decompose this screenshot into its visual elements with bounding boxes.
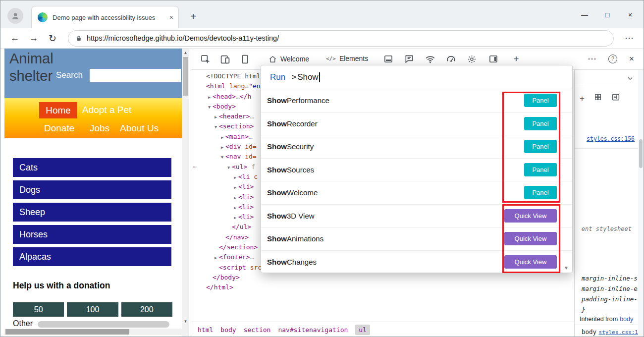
command-item-show-security[interactable]: Show SecurityPanel <box>261 135 572 159</box>
add-panel-icon[interactable]: + <box>510 53 522 65</box>
command-menu: Run > Show Show PerformancePanelShow Rec… <box>261 65 573 273</box>
node-menu-icon[interactable]: ⋯ <box>193 162 196 172</box>
styles-scroll-thumb[interactable] <box>639 139 643 168</box>
styles-scrollbar[interactable] <box>638 70 644 337</box>
category-item-horses[interactable]: Horses <box>13 225 171 244</box>
expand-icon[interactable]: ▶ <box>232 203 238 213</box>
command-item-show-welcome[interactable]: Show WelcomePanel <box>261 181 572 205</box>
expand-icon[interactable]: ▶ <box>219 132 225 142</box>
breadcrumb-body[interactable]: body <box>220 326 236 334</box>
tab-close-icon[interactable]: × <box>169 13 173 21</box>
pseudo-state-icon[interactable] <box>594 93 602 103</box>
nav-link-donate[interactable]: Donate <box>44 123 74 134</box>
navbar-more-icon[interactable]: ⋯ <box>620 33 639 44</box>
inspect-icon[interactable] <box>199 53 211 65</box>
minimize-button[interactable]: — <box>573 7 596 22</box>
expand-icon[interactable]: ▶ <box>219 142 225 152</box>
dock-bottom-icon[interactable] <box>382 53 394 65</box>
collapse-icon[interactable]: ▼ <box>225 163 232 172</box>
profile-avatar[interactable] <box>7 8 23 24</box>
command-items: Show PerformancePanelShow RecorderPanelS… <box>261 89 572 273</box>
category-item-sheep[interactable]: Sheep <box>13 203 171 222</box>
window-close-button[interactable]: × <box>619 7 642 22</box>
scroll-down-icon[interactable]: ▼ <box>182 319 189 324</box>
vscroll-thumb[interactable] <box>183 57 188 96</box>
other-amount-slider[interactable] <box>38 321 169 328</box>
styles-toolbar: + <box>580 93 620 104</box>
command-item-show-3d-view[interactable]: Show 3D ViewQuick View <box>261 205 572 228</box>
nav-link-adopt-a-pet[interactable]: Adopt a Pet <box>82 105 131 115</box>
expand-icon[interactable]: ▶ <box>213 253 219 263</box>
inherited-body-link[interactable]: body <box>620 316 633 323</box>
collapse-icon[interactable]: ▼ <box>219 152 225 162</box>
expand-icon[interactable]: ▶ <box>232 182 238 192</box>
page-horizontal-scrollbar[interactable] <box>4 329 182 335</box>
command-scroll-down-icon[interactable]: ▼ <box>564 265 569 271</box>
expand-icon[interactable]: ▶ <box>232 172 238 182</box>
devtools-close-icon[interactable]: × <box>626 53 638 65</box>
donate-button-100[interactable]: 100 <box>67 302 118 317</box>
breadcrumb-html[interactable]: html <box>198 326 213 334</box>
open-quick-view-icon[interactable] <box>611 93 620 104</box>
page-vertical-scrollbar[interactable]: ▲ ▼ <box>182 49 189 337</box>
donate-button-50[interactable]: 50 <box>13 302 64 317</box>
breadcrumb-section[interactable]: section <box>244 326 271 334</box>
nav-link-home[interactable]: Home <box>39 102 77 118</box>
issues-icon[interactable] <box>403 53 415 65</box>
tab-elements-label: Elements <box>339 55 368 62</box>
collapse-icon[interactable]: ▼ <box>213 122 219 132</box>
collapse-icon[interactable]: ▼ <box>206 102 213 112</box>
refresh-button[interactable]: ↻ <box>43 33 62 44</box>
nav-link-about-us[interactable]: About Us <box>120 123 159 134</box>
dom-token: <ul> <box>232 163 247 170</box>
devtools-more-icon[interactable]: ⋯ <box>586 53 598 65</box>
performance-icon[interactable] <box>445 53 457 65</box>
category-item-dogs[interactable]: Dogs <box>13 180 171 199</box>
back-button[interactable]: ← <box>5 33 24 44</box>
browser-tab[interactable]: Demo page with accessibility issues × <box>31 6 179 28</box>
scroll-up-icon[interactable]: ▲ <box>182 51 189 55</box>
command-input[interactable]: Run > Show <box>261 65 572 89</box>
category-item-alpacas[interactable]: Alpacas <box>13 247 171 266</box>
stylesheet-link-bottom[interactable]: styles.css:1 <box>599 329 638 336</box>
stylesheet-note: ent stylesheet <box>582 225 632 232</box>
dom-node[interactable]: </html> <box>191 282 574 292</box>
browser-window: Demo page with accessibility issues × + … <box>0 0 644 337</box>
new-tab-button[interactable]: + <box>187 10 200 23</box>
command-item-show-changes[interactable]: Show ChangesQuick View <box>261 251 572 273</box>
browser-titlebar: Demo page with accessibility issues × + … <box>0 0 644 28</box>
command-item-show-performance[interactable]: Show PerformancePanel <box>261 89 572 112</box>
address-bar[interactable]: https://microsoftedge.github.io/Demos/de… <box>68 30 614 47</box>
dom-token: <li> <box>238 203 254 211</box>
breadcrumb-nav-sitenavigation[interactable]: nav#sitenavigation <box>278 326 348 334</box>
device-frame-icon[interactable] <box>239 53 251 65</box>
devtools-help-icon[interactable]: ? <box>607 53 619 65</box>
command-item-show-animations[interactable]: Show AnimationsQuick View <box>261 227 572 251</box>
chevron-down-icon[interactable] <box>627 75 634 84</box>
dom-token: <footer> <box>219 253 250 261</box>
command-item-rest: Welcome <box>287 188 318 197</box>
dom-node[interactable]: </body> <box>191 273 574 282</box>
donate-button-200[interactable]: 200 <box>121 302 172 317</box>
nav-link-jobs[interactable]: Jobs <box>90 123 109 134</box>
expand-icon[interactable]: ▶ <box>213 112 219 122</box>
stylesheet-link-top[interactable]: styles.css:156 <box>587 135 635 142</box>
command-item-show-recorder[interactable]: Show RecorderPanel <box>261 112 572 136</box>
dom-token: <section> <box>219 122 254 130</box>
browser-navbar: ← → ↻ https://microsoftedge.github.io/De… <box>0 28 644 49</box>
hscroll-thumb[interactable] <box>5 329 129 335</box>
device-emulation-icon[interactable] <box>219 53 231 65</box>
expand-icon[interactable]: ▶ <box>232 193 238 203</box>
network-icon[interactable] <box>424 53 436 65</box>
search-input[interactable] <box>90 69 181 82</box>
dock-side-icon[interactable] <box>487 53 499 65</box>
category-item-cats[interactable]: Cats <box>13 158 171 177</box>
settings-gear-icon[interactable] <box>466 53 478 65</box>
new-style-rule-icon[interactable]: + <box>580 94 585 103</box>
expand-icon[interactable]: ▶ <box>206 92 213 102</box>
forward-button[interactable]: → <box>24 33 43 44</box>
command-item-show-sources[interactable]: Show SourcesPanel <box>261 159 572 182</box>
maximize-button[interactable]: □ <box>596 7 619 22</box>
expand-icon[interactable]: ▶ <box>232 213 238 223</box>
breadcrumb-ul[interactable]: ul <box>355 325 370 335</box>
